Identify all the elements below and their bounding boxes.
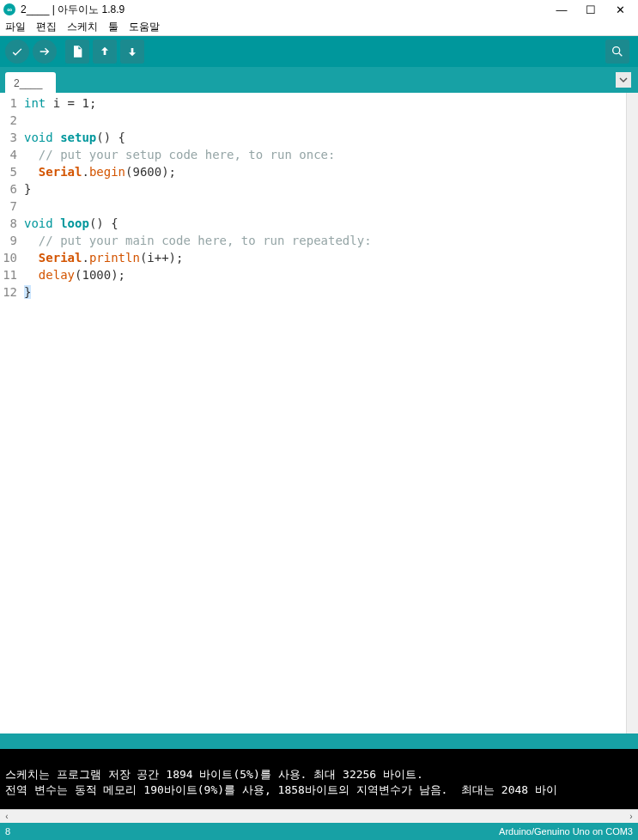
code-line[interactable]: } bbox=[24, 283, 626, 301]
arrow-down-icon bbox=[125, 45, 139, 58]
code-line[interactable]: } bbox=[24, 180, 626, 198]
console-header-bar[interactable] bbox=[0, 733, 638, 749]
line-number: 11 bbox=[0, 266, 17, 283]
svg-point-0 bbox=[613, 47, 620, 54]
arrow-right-icon bbox=[38, 45, 52, 58]
code-line[interactable]: // put your main code here, to run repea… bbox=[24, 232, 626, 249]
line-number: 2 bbox=[0, 112, 17, 129]
code-line[interactable]: void loop() { bbox=[24, 215, 626, 232]
menu-help[interactable]: 도움말 bbox=[127, 20, 161, 34]
code-line[interactable]: // put your setup code here, to run once… bbox=[24, 146, 626, 163]
menu-sketch[interactable]: 스케치 bbox=[65, 20, 100, 34]
check-icon bbox=[10, 45, 24, 58]
code-line[interactable]: void setup() { bbox=[24, 129, 626, 146]
line-number-gutter: 123456789101112 bbox=[0, 93, 21, 733]
code-line[interactable]: int i = 1; bbox=[24, 94, 626, 112]
new-sketch-button[interactable] bbox=[65, 40, 89, 64]
save-sketch-button[interactable] bbox=[120, 40, 144, 64]
menu-tools[interactable]: 툴 bbox=[106, 20, 120, 34]
verify-button[interactable] bbox=[5, 40, 29, 64]
minimize-button[interactable]: — bbox=[547, 1, 576, 18]
horizontal-scrollbar[interactable]: ‹ › bbox=[0, 809, 638, 823]
tab-menu-button[interactable] bbox=[616, 72, 631, 88]
code-area[interactable]: int i = 1; void setup() { // put your se… bbox=[21, 93, 626, 733]
line-number: 9 bbox=[0, 232, 17, 249]
menu-edit[interactable]: 편집 bbox=[34, 20, 58, 34]
console-output: 스케치는 프로그램 저장 공간 1894 바이트(5%)를 사용. 최대 322… bbox=[0, 749, 638, 809]
serial-monitor-button[interactable] bbox=[605, 40, 629, 64]
arduino-logo-icon: ∞ bbox=[3, 3, 15, 15]
scroll-right-button[interactable]: › bbox=[624, 810, 638, 824]
scroll-left-button[interactable]: ‹ bbox=[0, 810, 14, 824]
line-number: 5 bbox=[0, 163, 17, 180]
window-controls: — ☐ ✕ bbox=[547, 1, 635, 18]
line-number: 1 bbox=[0, 94, 17, 112]
console-line-1: 스케치는 프로그램 저장 공간 1894 바이트(5%)를 사용. 최대 322… bbox=[5, 768, 423, 781]
code-editor[interactable]: 123456789101112 int i = 1; void setup() … bbox=[0, 93, 638, 733]
code-line[interactable] bbox=[24, 112, 626, 129]
file-icon bbox=[70, 45, 84, 58]
line-number: 7 bbox=[0, 198, 17, 215]
code-line[interactable]: delay(1000); bbox=[24, 266, 626, 283]
line-number: 4 bbox=[0, 146, 17, 163]
console-line-2: 전역 변수는 동적 메모리 190바이트(9%)를 사용, 1858바이트의 지… bbox=[5, 783, 557, 796]
code-line[interactable]: Serial.begin(9600); bbox=[24, 163, 626, 180]
title-bar: ∞ 2____ | 아두이노 1.8.9 — ☐ ✕ bbox=[0, 0, 638, 19]
line-number: 8 bbox=[0, 215, 17, 232]
menu-file[interactable]: 파일 bbox=[3, 20, 27, 34]
status-bar: 8 Arduino/Genuino Uno on COM3 bbox=[0, 823, 638, 840]
line-number: 6 bbox=[0, 180, 17, 198]
line-number: 12 bbox=[0, 283, 17, 301]
open-sketch-button[interactable] bbox=[93, 40, 117, 64]
maximize-button[interactable]: ☐ bbox=[576, 1, 605, 18]
code-line[interactable]: Serial.println(i++); bbox=[24, 249, 626, 266]
status-line-number: 8 bbox=[5, 826, 10, 837]
tab-active[interactable]: 2____ bbox=[5, 72, 56, 93]
arrow-up-icon bbox=[98, 45, 112, 58]
line-number: 10 bbox=[0, 249, 17, 266]
magnifier-icon bbox=[611, 45, 624, 58]
vertical-scrollbar[interactable] bbox=[626, 93, 638, 733]
chevron-down-icon bbox=[619, 76, 628, 84]
line-number: 3 bbox=[0, 129, 17, 146]
toolbar bbox=[0, 36, 638, 67]
close-button[interactable]: ✕ bbox=[605, 1, 635, 18]
tab-strip: 2____ bbox=[0, 67, 638, 93]
upload-button[interactable] bbox=[33, 40, 57, 64]
code-line[interactable] bbox=[24, 198, 626, 215]
window-title: 2____ | 아두이노 1.8.9 bbox=[21, 3, 547, 17]
menu-bar: 파일 편집 스케치 툴 도움말 bbox=[0, 19, 638, 36]
status-board-info: Arduino/Genuino Uno on COM3 bbox=[499, 826, 633, 837]
